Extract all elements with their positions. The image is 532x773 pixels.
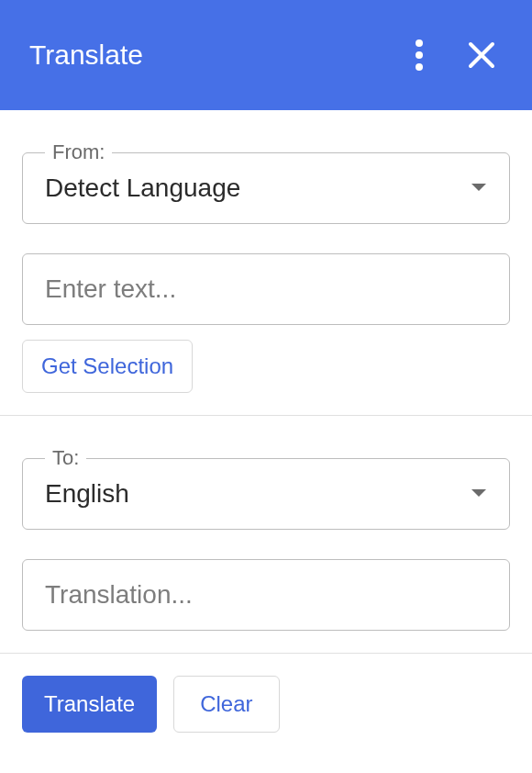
close-icon [468, 41, 495, 69]
header-actions [407, 31, 503, 79]
to-section: To: English Translation... [0, 416, 532, 653]
more-options-button[interactable] [407, 31, 431, 79]
from-label: From: [45, 140, 112, 164]
chevron-down-icon [471, 486, 487, 502]
from-language-value: Detect Language [45, 174, 471, 203]
source-text-input[interactable]: Enter text... [22, 253, 510, 325]
page-title: Translate [29, 39, 143, 71]
from-language-select[interactable]: From: Detect Language [22, 152, 510, 224]
to-language-value: English [45, 479, 471, 509]
more-vertical-icon [415, 39, 424, 72]
content: From: Detect Language Enter text... Get … [0, 110, 532, 755]
source-text-placeholder: Enter text... [45, 274, 176, 304]
to-label: To: [45, 446, 86, 470]
svg-point-2 [416, 63, 423, 71]
from-section: From: Detect Language Enter text... Get … [0, 110, 532, 415]
translation-output[interactable]: Translation... [22, 559, 510, 631]
translate-button[interactable]: Translate [22, 676, 157, 733]
header: Translate [0, 0, 532, 110]
svg-point-1 [416, 51, 423, 59]
chevron-down-icon [471, 180, 487, 196]
to-language-select[interactable]: To: English [22, 458, 510, 530]
footer-actions: Translate Clear [0, 654, 532, 755]
get-selection-button[interactable]: Get Selection [22, 340, 193, 393]
clear-button[interactable]: Clear [173, 676, 279, 733]
translation-placeholder: Translation... [45, 580, 193, 610]
svg-point-0 [416, 39, 423, 47]
close-button[interactable] [460, 34, 503, 76]
